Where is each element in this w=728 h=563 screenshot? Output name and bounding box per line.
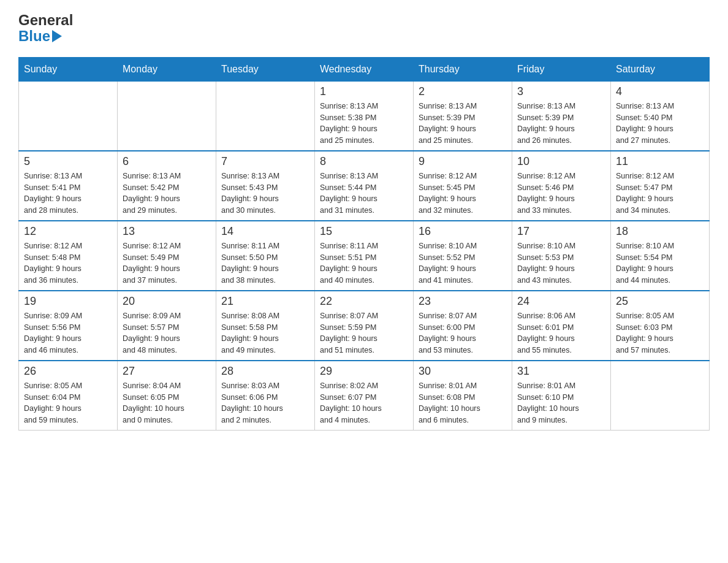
day-info: Sunrise: 8:13 AM Sunset: 5:44 PM Dayligh… <box>320 170 408 216</box>
calendar-day-cell: 20Sunrise: 8:09 AM Sunset: 5:57 PM Dayli… <box>118 291 216 361</box>
calendar-day-cell <box>19 81 118 151</box>
day-number: 26 <box>24 365 112 378</box>
weekday-header-wednesday: Wednesday <box>315 57 414 81</box>
day-info: Sunrise: 8:07 AM Sunset: 5:59 PM Dayligh… <box>320 310 408 356</box>
day-number: 1 <box>320 85 408 98</box>
day-info: Sunrise: 8:10 AM Sunset: 5:52 PM Dayligh… <box>419 240 507 286</box>
calendar-table: SundayMondayTuesdayWednesdayThursdayFrid… <box>18 57 710 431</box>
day-info: Sunrise: 8:13 AM Sunset: 5:39 PM Dayligh… <box>517 101 605 147</box>
day-info: Sunrise: 8:12 AM Sunset: 5:47 PM Dayligh… <box>616 170 704 216</box>
day-number: 18 <box>616 225 704 238</box>
calendar-day-cell: 28Sunrise: 8:03 AM Sunset: 6:06 PM Dayli… <box>216 361 315 431</box>
day-info: Sunrise: 8:13 AM Sunset: 5:38 PM Dayligh… <box>320 101 408 147</box>
calendar-day-cell: 12Sunrise: 8:12 AM Sunset: 5:48 PM Dayli… <box>19 221 118 291</box>
day-info: Sunrise: 8:12 AM Sunset: 5:46 PM Dayligh… <box>517 170 605 216</box>
calendar-day-cell: 9Sunrise: 8:12 AM Sunset: 5:45 PM Daylig… <box>414 151 512 221</box>
calendar-day-cell: 26Sunrise: 8:05 AM Sunset: 6:04 PM Dayli… <box>19 361 118 431</box>
calendar-day-cell: 21Sunrise: 8:08 AM Sunset: 5:58 PM Dayli… <box>216 291 315 361</box>
calendar-day-cell: 25Sunrise: 8:05 AM Sunset: 6:03 PM Dayli… <box>611 291 710 361</box>
day-number: 15 <box>320 225 408 238</box>
calendar-week-row: 5Sunrise: 8:13 AM Sunset: 5:41 PM Daylig… <box>19 151 710 221</box>
day-number: 11 <box>616 155 704 168</box>
calendar-day-cell: 8Sunrise: 8:13 AM Sunset: 5:44 PM Daylig… <box>315 151 414 221</box>
day-number: 24 <box>517 295 605 308</box>
calendar-week-row: 26Sunrise: 8:05 AM Sunset: 6:04 PM Dayli… <box>19 361 710 431</box>
day-info: Sunrise: 8:13 AM Sunset: 5:39 PM Dayligh… <box>419 101 507 147</box>
day-number: 3 <box>517 85 605 98</box>
day-number: 6 <box>123 155 211 168</box>
day-number: 7 <box>221 155 309 168</box>
day-info: Sunrise: 8:13 AM Sunset: 5:43 PM Dayligh… <box>221 170 309 216</box>
logo: General Blue <box>18 12 73 45</box>
calendar-day-cell: 27Sunrise: 8:04 AM Sunset: 6:05 PM Dayli… <box>118 361 216 431</box>
day-info: Sunrise: 8:01 AM Sunset: 6:10 PM Dayligh… <box>517 380 605 426</box>
calendar-day-cell <box>118 81 216 151</box>
day-info: Sunrise: 8:12 AM Sunset: 5:48 PM Dayligh… <box>24 240 112 286</box>
day-info: Sunrise: 8:05 AM Sunset: 6:03 PM Dayligh… <box>616 310 704 356</box>
calendar-day-cell <box>216 81 315 151</box>
day-info: Sunrise: 8:04 AM Sunset: 6:05 PM Dayligh… <box>123 380 211 426</box>
day-info: Sunrise: 8:10 AM Sunset: 5:54 PM Dayligh… <box>616 240 704 286</box>
calendar-day-cell: 1Sunrise: 8:13 AM Sunset: 5:38 PM Daylig… <box>315 81 414 151</box>
day-number: 19 <box>24 295 112 308</box>
day-number: 8 <box>320 155 408 168</box>
logo-general: General <box>18 12 73 28</box>
day-info: Sunrise: 8:13 AM Sunset: 5:42 PM Dayligh… <box>123 170 211 216</box>
calendar-day-cell: 7Sunrise: 8:13 AM Sunset: 5:43 PM Daylig… <box>216 151 315 221</box>
calendar-day-cell: 24Sunrise: 8:06 AM Sunset: 6:01 PM Dayli… <box>512 291 611 361</box>
day-number: 16 <box>419 225 507 238</box>
page-header: General Blue <box>18 12 710 45</box>
calendar-day-cell: 11Sunrise: 8:12 AM Sunset: 5:47 PM Dayli… <box>611 151 710 221</box>
day-info: Sunrise: 8:03 AM Sunset: 6:06 PM Dayligh… <box>221 380 309 426</box>
day-info: Sunrise: 8:09 AM Sunset: 5:57 PM Dayligh… <box>123 310 211 356</box>
calendar-day-cell: 13Sunrise: 8:12 AM Sunset: 5:49 PM Dayli… <box>118 221 216 291</box>
day-number: 9 <box>419 155 507 168</box>
day-info: Sunrise: 8:11 AM Sunset: 5:51 PM Dayligh… <box>320 240 408 286</box>
day-info: Sunrise: 8:13 AM Sunset: 5:41 PM Dayligh… <box>24 170 112 216</box>
day-number: 13 <box>123 225 211 238</box>
day-info: Sunrise: 8:11 AM Sunset: 5:50 PM Dayligh… <box>221 240 309 286</box>
day-number: 29 <box>320 365 408 378</box>
calendar-day-cell: 5Sunrise: 8:13 AM Sunset: 5:41 PM Daylig… <box>19 151 118 221</box>
day-number: 31 <box>517 365 605 378</box>
day-info: Sunrise: 8:12 AM Sunset: 5:49 PM Dayligh… <box>123 240 211 286</box>
calendar-day-cell: 10Sunrise: 8:12 AM Sunset: 5:46 PM Dayli… <box>512 151 611 221</box>
weekday-header-monday: Monday <box>118 57 216 81</box>
day-number: 17 <box>517 225 605 238</box>
calendar-day-cell: 17Sunrise: 8:10 AM Sunset: 5:53 PM Dayli… <box>512 221 611 291</box>
day-info: Sunrise: 8:06 AM Sunset: 6:01 PM Dayligh… <box>517 310 605 356</box>
day-info: Sunrise: 8:10 AM Sunset: 5:53 PM Dayligh… <box>517 240 605 286</box>
weekday-header-saturday: Saturday <box>611 57 710 81</box>
day-number: 10 <box>517 155 605 168</box>
calendar-day-cell: 23Sunrise: 8:07 AM Sunset: 6:00 PM Dayli… <box>414 291 512 361</box>
day-number: 4 <box>616 85 704 98</box>
day-info: Sunrise: 8:02 AM Sunset: 6:07 PM Dayligh… <box>320 380 408 426</box>
day-info: Sunrise: 8:08 AM Sunset: 5:58 PM Dayligh… <box>221 310 309 356</box>
calendar-day-cell: 2Sunrise: 8:13 AM Sunset: 5:39 PM Daylig… <box>414 81 512 151</box>
calendar-day-cell: 15Sunrise: 8:11 AM Sunset: 5:51 PM Dayli… <box>315 221 414 291</box>
calendar-day-cell: 18Sunrise: 8:10 AM Sunset: 5:54 PM Dayli… <box>611 221 710 291</box>
calendar-day-cell: 30Sunrise: 8:01 AM Sunset: 6:08 PM Dayli… <box>414 361 512 431</box>
day-number: 5 <box>24 155 112 168</box>
weekday-header-friday: Friday <box>512 57 611 81</box>
day-info: Sunrise: 8:13 AM Sunset: 5:40 PM Dayligh… <box>616 101 704 147</box>
day-info: Sunrise: 8:07 AM Sunset: 6:00 PM Dayligh… <box>419 310 507 356</box>
logo-triangle-icon <box>52 30 62 42</box>
calendar-week-row: 12Sunrise: 8:12 AM Sunset: 5:48 PM Dayli… <box>19 221 710 291</box>
day-info: Sunrise: 8:09 AM Sunset: 5:56 PM Dayligh… <box>24 310 112 356</box>
calendar-day-cell: 19Sunrise: 8:09 AM Sunset: 5:56 PM Dayli… <box>19 291 118 361</box>
calendar-day-cell: 22Sunrise: 8:07 AM Sunset: 5:59 PM Dayli… <box>315 291 414 361</box>
calendar-week-row: 19Sunrise: 8:09 AM Sunset: 5:56 PM Dayli… <box>19 291 710 361</box>
weekday-header-tuesday: Tuesday <box>216 57 315 81</box>
calendar-day-cell: 14Sunrise: 8:11 AM Sunset: 5:50 PM Dayli… <box>216 221 315 291</box>
day-number: 21 <box>221 295 309 308</box>
day-number: 27 <box>123 365 211 378</box>
calendar-day-cell: 31Sunrise: 8:01 AM Sunset: 6:10 PM Dayli… <box>512 361 611 431</box>
weekday-header-sunday: Sunday <box>19 57 118 81</box>
day-info: Sunrise: 8:12 AM Sunset: 5:45 PM Dayligh… <box>419 170 507 216</box>
calendar-header-row: SundayMondayTuesdayWednesdayThursdayFrid… <box>19 57 710 81</box>
day-info: Sunrise: 8:01 AM Sunset: 6:08 PM Dayligh… <box>419 380 507 426</box>
calendar-day-cell: 6Sunrise: 8:13 AM Sunset: 5:42 PM Daylig… <box>118 151 216 221</box>
day-number: 14 <box>221 225 309 238</box>
day-number: 2 <box>419 85 507 98</box>
